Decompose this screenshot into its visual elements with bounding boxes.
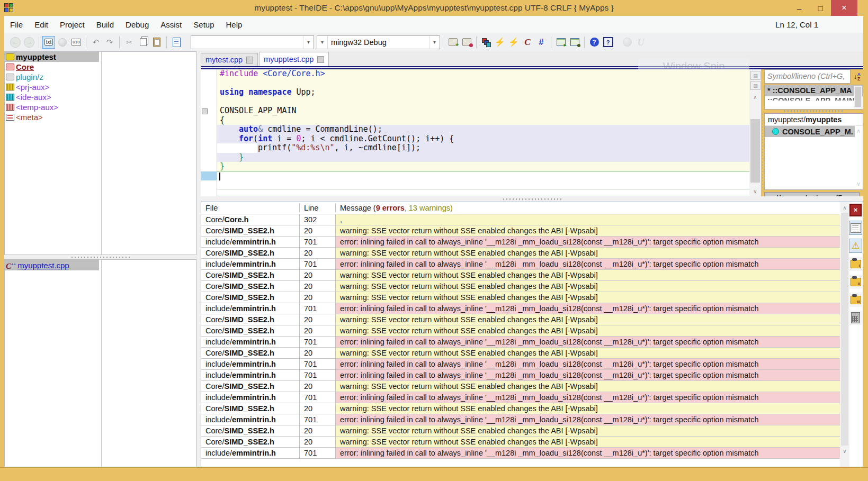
package-add-button[interactable]: +	[446, 36, 459, 49]
context-help-button[interactable]: ?	[602, 36, 614, 49]
editor-scrollbar[interactable]: ▤ ▥ ∧ ∨	[749, 69, 761, 196]
scrollbar-thumb[interactable]	[750, 119, 760, 183]
build-method-combo[interactable]: ▾ mingw32 Debug ▾	[317, 35, 440, 49]
build-combo-arrow-icon[interactable]: ▾	[429, 36, 440, 49]
console-row[interactable]: include/emmintrin.h701error: inlining fa…	[201, 259, 840, 270]
console-row[interactable]: Core/SIMD_SSE2.h20warning: SSE vector re…	[201, 281, 840, 292]
package-item[interactable]: <meta>	[5, 112, 99, 122]
scroll-up-icon[interactable]: ∧	[840, 203, 849, 212]
console-output-button[interactable]	[849, 221, 862, 235]
code-line[interactable]: {	[217, 116, 749, 125]
console-row[interactable]: include/emmintrin.h701error: inlining fa…	[201, 337, 840, 348]
console-row[interactable]: include/emmintrin.h701error: inlining fa…	[201, 448, 840, 459]
code-line[interactable]: CONSOLE_APP_MAIN	[217, 106, 749, 116]
scroll-down-icon[interactable]: ∨	[749, 187, 761, 195]
code-line[interactable]: for(int i = 0; i < cmdline.GetCount(); i…	[217, 134, 749, 144]
tab-state-icon[interactable]	[246, 57, 253, 63]
column-line[interactable]: Line	[300, 204, 336, 212]
editor-column-button[interactable]: ▥	[750, 81, 760, 90]
package-item[interactable]: <ide-aux>	[5, 92, 99, 102]
console-row[interactable]: Core/SIMD_SSE2.h20warning: SSE vector re…	[201, 403, 840, 414]
column-file[interactable]: File	[201, 204, 300, 212]
document-button[interactable]	[170, 36, 183, 49]
console-row[interactable]: include/emmintrin.h701error: inlining fa…	[201, 303, 840, 314]
package-item[interactable]: Core	[5, 62, 99, 72]
console-row[interactable]: Core/SIMD_SSE2.h20warning: SSE vector re…	[201, 325, 840, 337]
menu-help[interactable]: Help	[220, 20, 248, 29]
editor-gutter[interactable]	[201, 69, 217, 196]
console-horizontal-splitter[interactable]	[201, 196, 863, 202]
code-line[interactable]: using namespace Upp;	[217, 88, 749, 97]
browser-scope-header[interactable]: myupptest/myupptes	[765, 114, 863, 126]
scroll-down-icon[interactable]: ∨	[840, 447, 849, 455]
navigate-back-button[interactable]: ←	[9, 36, 22, 49]
find-in-files-3-button[interactable]: III	[849, 293, 862, 307]
scrollbar-thumb[interactable]	[841, 213, 848, 446]
code-line[interactable]: printf("%d:%s\n", i, ~cmdline[i]);	[217, 143, 749, 153]
maximize-button[interactable]: □	[810, 0, 831, 16]
console-row[interactable]: Core/SIMD_SSE2.h20warning: SSE vector re…	[201, 314, 840, 325]
copy-button[interactable]	[137, 36, 149, 49]
console-row[interactable]: Core/SIMD_SSE2.h20warning: SSE vector re…	[201, 425, 840, 437]
tab-state-icon[interactable]	[317, 56, 324, 63]
browser-symbol-item[interactable]: CONSOLE_APP_M.	[765, 126, 855, 137]
cut-button[interactable]: ✂	[123, 36, 136, 49]
build-package-button[interactable]	[480, 36, 493, 49]
symbol-result-item[interactable]: * ::CONSOLE_APP_MA	[765, 85, 863, 96]
upp-home-button[interactable]: U	[634, 36, 647, 49]
code-line[interactable]: }	[217, 162, 749, 171]
console-row[interactable]: include/emmintrin.h701error: inlining fa…	[201, 359, 840, 370]
tab-myupptest-cpp[interactable]: myupptest.cpp	[259, 52, 329, 66]
help-button[interactable]: ?	[588, 36, 601, 49]
package-item[interactable]: plugin/z	[5, 72, 99, 82]
code-line[interactable]	[217, 171, 749, 181]
console-scrollbar[interactable]: ∧ ∨	[840, 202, 849, 467]
calculator-button[interactable]	[849, 311, 862, 325]
tab-mytest-cpp[interactable]: mytest.cpp	[201, 53, 258, 66]
code-editor[interactable]: #include <Core/Core.h>using namespace Up…	[201, 69, 749, 196]
console-row[interactable]: include/emmintrin.h701error: inlining fa…	[201, 414, 840, 425]
browser-scroll-up-icon[interactable]: ∧	[856, 128, 861, 134]
find-in-files-1-button[interactable]: I	[849, 257, 862, 271]
scroll-up-icon[interactable]: ∧	[749, 93, 761, 101]
symbol-result-list[interactable]: * ::CONSOLE_APP_MA ::CONSOLE_APP_MAIN	[764, 85, 863, 110]
code-line[interactable]	[217, 97, 749, 107]
menu-build[interactable]: Build	[91, 20, 120, 29]
main-vertical-splitter[interactable]	[196, 51, 201, 467]
console-row[interactable]: include/emmintrin.h701error: inlining fa…	[201, 370, 840, 381]
find-in-files-2-button[interactable]: II	[849, 275, 862, 289]
package-item[interactable]: <temp-aux>	[5, 102, 99, 112]
navigate-forward-button[interactable]: →	[23, 36, 35, 49]
console-row[interactable]: Core/SIMD_SSE2.h20warning: SSE vector re…	[201, 225, 840, 237]
build-combo-left-arrow-icon[interactable]: ▾	[317, 36, 328, 49]
search-combo-arrow-icon[interactable]: ▾	[303, 36, 314, 49]
text-mode-button[interactable]: txt	[42, 36, 55, 49]
rebuild-button[interactable]: ⚡	[507, 36, 520, 49]
debug-button[interactable]	[568, 36, 581, 49]
console-row[interactable]: Core/SIMD_SSE2.h20warning: SSE vector re…	[201, 270, 840, 281]
menu-project[interactable]: Project	[54, 20, 91, 29]
symbol-list-scrollbar[interactable]	[854, 86, 862, 108]
designer-mode-button[interactable]	[56, 36, 69, 49]
console-row[interactable]: Core/SIMD_SSE2.h20warning: SSE vector re…	[201, 348, 840, 359]
redo-button[interactable]: ↷	[103, 36, 116, 49]
scrollbar-thumb[interactable]	[855, 87, 861, 107]
editor-annotation-button[interactable]: ▤	[750, 71, 760, 80]
file-item[interactable]: C++myupptest.cpp	[5, 260, 99, 270]
preprocess-button[interactable]: #	[535, 36, 548, 49]
console-row[interactable]: Core/SIMD_SSE2.h20warning: SSE vector re…	[201, 381, 840, 392]
compile-file-button[interactable]: C	[521, 36, 534, 49]
code-line[interactable]: }	[217, 153, 749, 162]
code-browser-list[interactable]: myupptest/myupptes CONSOLE_APP_M. ∧ ∨	[764, 113, 863, 190]
close-console-button[interactable]: ×	[849, 203, 862, 217]
undo-button[interactable]: ↶	[90, 36, 102, 49]
console-header-row[interactable]: File Line Message (9 errors, 13 warnings…	[201, 202, 840, 214]
build-button[interactable]: ⚡	[494, 36, 506, 49]
close-button[interactable]: ×	[831, 0, 857, 16]
symbol-panel-splitter[interactable]	[784, 110, 843, 112]
sidebar-horizontal-splitter[interactable]	[4, 255, 196, 259]
sort-az-button[interactable]: ↓ AZ	[851, 69, 863, 84]
paste-button[interactable]	[150, 36, 163, 49]
package-item[interactable]: <prj-aux>	[5, 82, 99, 92]
code-line[interactable]: #include <Core/Core.h>	[217, 69, 749, 79]
